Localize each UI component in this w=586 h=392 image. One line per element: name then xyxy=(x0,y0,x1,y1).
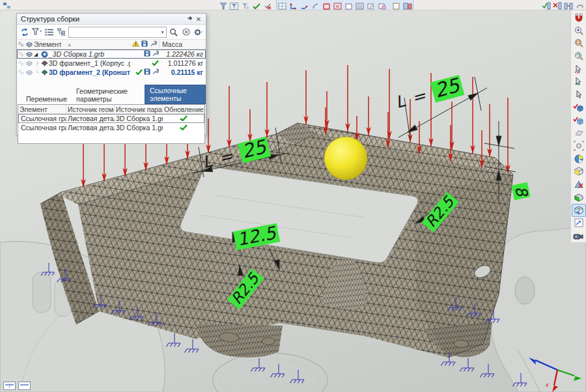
red-box-2-icon[interactable] xyxy=(332,0,343,10)
structure-tool-icon[interactable] xyxy=(1,0,12,10)
boxes-colored-icon[interactable] xyxy=(402,0,413,10)
split-horizontal-button[interactable] xyxy=(18,382,31,390)
lcs-1-icon[interactable] xyxy=(288,0,299,10)
tree-row-fragment-1[interactable]: ├ 3D фрагмент_1 (Корпус .grb) 1.011276 к… xyxy=(17,59,206,68)
links-cell-icon xyxy=(17,70,25,75)
save-icon xyxy=(144,50,150,58)
settings-gear-icon[interactable] xyxy=(193,27,204,38)
apply-cube-2-icon[interactable] xyxy=(572,114,586,127)
apply-cube-1-icon[interactable] xyxy=(572,101,586,114)
fragment-2-name[interactable]: 3D фрагмент_2 (Кронштейн.grb) xyxy=(49,68,130,76)
view-cube-icon[interactable] xyxy=(572,139,586,152)
ref-table-row[interactable]: Ссылочная гра... Листовая деталь .grb 3D… xyxy=(18,123,204,132)
select-path-icon[interactable] xyxy=(572,63,586,76)
links-cell-icon xyxy=(17,61,25,66)
camera-icon[interactable] xyxy=(572,229,586,242)
select-plain-icon[interactable] xyxy=(572,88,586,101)
save-icon xyxy=(144,68,150,76)
fragment-1-mass: 1.011276 кг xyxy=(159,59,206,67)
save-column-icon xyxy=(141,40,148,48)
tree-row-fragment-2[interactable]: └ 3D фрагмент_2 (Кронштейн.grb) 0.21115 … xyxy=(17,68,206,77)
panel-title-bar[interactable]: Структура сборки ✕ xyxy=(17,14,206,25)
expand-arrow-icon[interactable]: ◢ xyxy=(34,51,40,57)
tab-reference-elements[interactable]: Ссылочные элементы xyxy=(145,85,206,104)
export-view-icon[interactable] xyxy=(572,217,586,230)
sketch-icon[interactable] xyxy=(310,0,321,10)
face-select-icon[interactable] xyxy=(572,165,586,178)
panel-toolbar: ▾ xyxy=(17,25,206,40)
refresh-icon[interactable] xyxy=(19,27,30,38)
workplane-icon[interactable] xyxy=(572,126,586,139)
hook-icon[interactable] xyxy=(574,0,585,10)
assembly-cell-icon xyxy=(25,69,34,76)
assembly-doc-icon xyxy=(40,51,49,58)
box-1-icon[interactable] xyxy=(343,0,354,10)
update-ok-icon xyxy=(152,59,159,67)
view-toolbar xyxy=(570,10,586,242)
clear-search-icon[interactable] xyxy=(180,27,191,38)
tab-geometric-parameters[interactable]: Геометрические параметры xyxy=(72,86,145,104)
fragment-1-name[interactable]: 3D фрагмент_1 (Корпус .grb) xyxy=(49,59,130,67)
solid-face-icon[interactable] xyxy=(572,191,586,204)
ref-element-name: Ссылочная гра... xyxy=(21,115,66,122)
assembly-name[interactable]: _3D Сборка 1.grb xyxy=(49,50,130,58)
ref-element-name: Ссылочная гра... xyxy=(21,124,66,132)
tree-view-icon[interactable] xyxy=(56,27,67,38)
cancel-check-icon[interactable] xyxy=(262,0,273,10)
tree-row-assembly[interactable]: ◢ _3D Сборка 1.grb 1.222426 кг xyxy=(17,49,206,59)
apply-check-icon[interactable] xyxy=(251,0,262,10)
col-geom-update[interactable]: Обновление геоме... xyxy=(163,105,204,113)
box-small-icon[interactable] xyxy=(391,0,402,10)
delete-mesh-icon[interactable] xyxy=(572,178,586,191)
search-combobox[interactable]: ▾ xyxy=(68,27,167,38)
tool-icon xyxy=(152,50,159,58)
magnet-tool-icon[interactable] xyxy=(572,11,586,24)
assembly-column-icon xyxy=(25,41,34,48)
element-column-label[interactable]: Элемент xyxy=(34,40,62,48)
box-2-icon[interactable] xyxy=(354,0,365,10)
filter-1-icon[interactable] xyxy=(217,0,229,10)
filter-2-icon[interactable] xyxy=(229,0,240,10)
tool-icon xyxy=(152,68,159,76)
svg-text:x: x xyxy=(545,382,549,388)
filter-3-icon[interactable] xyxy=(240,0,251,10)
box-pink-icon[interactable] xyxy=(376,0,387,10)
cancel-bar-icon[interactable] xyxy=(552,0,563,10)
combo-dropdown-icon[interactable]: ▾ xyxy=(159,29,166,35)
grid-icon[interactable] xyxy=(277,0,288,10)
panel-tabs: Переменные Геометрические параметры Ссыл… xyxy=(17,94,206,104)
filter-icon[interactable] xyxy=(31,27,42,38)
move-bar-icon[interactable] xyxy=(563,0,574,10)
zoom-in-icon[interactable] xyxy=(572,24,586,37)
sort-ascending-icon[interactable]: ▲ xyxy=(67,42,72,48)
cad-application-window: x L = 25 L = 25 12.5 R2.5 R2.5 8 xyxy=(0,0,586,392)
datum-sphere[interactable] xyxy=(324,137,367,180)
zoom-window-icon[interactable] xyxy=(572,36,586,49)
lcs-2-icon[interactable] xyxy=(299,0,310,10)
red-box-1-icon[interactable] xyxy=(321,0,332,10)
fragment-icon xyxy=(40,60,49,66)
col-param-source[interactable]: Источник парамет... xyxy=(115,105,163,113)
mesh-preview-icon[interactable] xyxy=(572,204,586,217)
tab-variables[interactable]: Переменные xyxy=(21,94,72,104)
warning-column-icon xyxy=(132,40,139,48)
list-view-icon[interactable] xyxy=(44,27,55,38)
close-icon[interactable]: ✕ xyxy=(194,15,203,23)
zoom-all-icon[interactable] xyxy=(572,49,586,63)
ref-param-source: 3D Сборка 1.grb xyxy=(115,115,163,122)
render-mode-icon[interactable] xyxy=(572,152,586,165)
ref-table-row[interactable]: Ссылочная гра... Листовая деталь .grb 3D… xyxy=(18,114,204,123)
tree-connector: └ xyxy=(34,70,40,76)
apply-bar-icon[interactable] xyxy=(541,0,552,10)
box-3-icon[interactable] xyxy=(365,0,376,10)
col-element[interactable]: Элемент xyxy=(18,105,66,113)
split-grid-button[interactable] xyxy=(3,382,16,390)
ref-table-header[interactable]: Элемент Источник геометр... Источник пар… xyxy=(18,105,204,114)
mass-column-label[interactable]: Масса xyxy=(159,40,206,48)
select-tree-icon[interactable] xyxy=(572,76,586,89)
search-icon[interactable] xyxy=(168,27,179,38)
col-geom-source[interactable]: Источник геометр... xyxy=(66,105,115,113)
pin-icon[interactable] xyxy=(185,15,194,23)
tree-column-header[interactable]: Элемент ▲ Масса xyxy=(17,40,206,49)
update-ok-icon xyxy=(180,124,188,130)
